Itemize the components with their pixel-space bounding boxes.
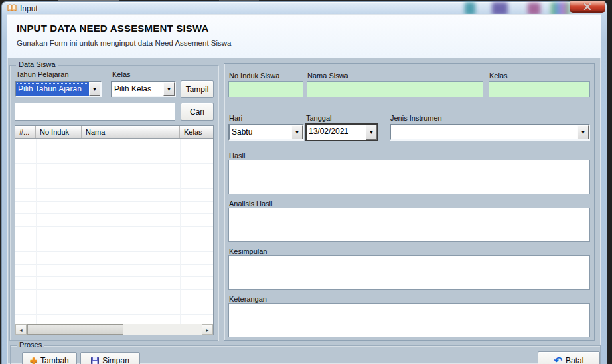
table-header-index[interactable]: #... bbox=[15, 126, 36, 138]
no-induk-siswa-label: No Induk Siswa bbox=[229, 72, 279, 80]
tanggal-label: Tanggal bbox=[306, 114, 332, 122]
nama-siswa-label: Nama Siswa bbox=[307, 72, 348, 80]
chevron-down-icon[interactable]: ▼ bbox=[577, 125, 589, 139]
table-column-separator bbox=[36, 139, 37, 324]
no-induk-siswa-field[interactable] bbox=[228, 81, 303, 97]
hari-label: Hari bbox=[229, 114, 242, 122]
titlebar[interactable] bbox=[1, 1, 607, 15]
tahun-pelajaran-select[interactable]: Pilih Tahun Ajaran ▼ bbox=[15, 81, 102, 97]
tahun-pelajaran-value: Pilih Tahun Ajaran bbox=[16, 82, 89, 96]
hari-select[interactable]: Sabtu ▼ bbox=[228, 124, 304, 141]
jenis-instrumen-label: Jenis Instrumen bbox=[390, 114, 442, 122]
kelas-detail-field[interactable] bbox=[489, 81, 590, 97]
kelas-filter-value: Pilih Kelas bbox=[112, 82, 163, 96]
tambah-button-label: Tambah bbox=[40, 356, 69, 364]
search-input[interactable] bbox=[15, 103, 175, 121]
window-book-icon[interactable] bbox=[7, 3, 17, 13]
cari-button[interactable]: Cari bbox=[181, 103, 214, 121]
close-x-icon bbox=[583, 3, 591, 10]
screen: Input INPUT DATA NEED ASSESMENT SISWA Gu… bbox=[0, 0, 612, 364]
data-siswa-group-label: Data Siswa bbox=[16, 61, 58, 68]
kelas-filter-label: Kelas bbox=[112, 70, 131, 78]
batal-button-label: Batal bbox=[566, 356, 583, 364]
hasil-textarea[interactable] bbox=[228, 160, 590, 194]
analisis-hasil-textarea[interactable] bbox=[228, 208, 590, 242]
undo-icon: ↶ bbox=[554, 357, 563, 364]
page-subtitle: Gunakan Form ini untuk menginput data Ne… bbox=[17, 39, 231, 47]
table-body-empty[interactable] bbox=[15, 139, 213, 324]
page-title: INPUT DATA NEED ASSESMENT SISWA bbox=[17, 23, 209, 34]
plus-icon: ✚ bbox=[30, 356, 37, 364]
tambah-button[interactable]: ✚ Tambah bbox=[22, 352, 77, 364]
table-header-nama[interactable]: Nama bbox=[82, 126, 180, 138]
chevron-down-icon[interactable]: ▼ bbox=[366, 125, 377, 140]
simpan-button-label: Simpan bbox=[102, 356, 129, 364]
table-column-separator bbox=[180, 139, 181, 324]
batal-button[interactable]: ↶ Batal bbox=[538, 351, 600, 364]
close-button[interactable] bbox=[570, 1, 605, 13]
kesimpulan-label: Kesimpulan bbox=[229, 247, 267, 255]
chevron-down-icon[interactable]: ▼ bbox=[163, 82, 175, 96]
jenis-instrumen-value bbox=[391, 125, 577, 139]
kesimpulan-textarea[interactable] bbox=[228, 255, 590, 290]
tahun-pelajaran-label: Tahun Pelajaran bbox=[16, 70, 69, 78]
keterangan-label: Keterangan bbox=[229, 295, 267, 303]
proses-group-label: Proses bbox=[17, 341, 44, 349]
nama-siswa-field[interactable] bbox=[307, 81, 483, 97]
hasil-label: Hasil bbox=[229, 152, 245, 160]
scroll-right-icon[interactable]: ► bbox=[202, 324, 213, 335]
table-header-no-induk[interactable]: No Induk bbox=[36, 126, 82, 138]
scrollbar-track[interactable] bbox=[27, 324, 202, 335]
tampil-button[interactable]: Tampil bbox=[181, 80, 214, 98]
hari-value: Sabtu bbox=[230, 125, 291, 139]
kelas-filter-select[interactable]: Pilih Kelas ▼ bbox=[111, 81, 176, 97]
simpan-button[interactable]: Simpan bbox=[80, 352, 140, 364]
table-header-kelas[interactable]: Kelas bbox=[180, 126, 213, 138]
save-floppy-icon bbox=[91, 357, 99, 364]
table-column-separator bbox=[82, 139, 82, 324]
table-horizontal-scrollbar[interactable]: ◄ ► bbox=[15, 324, 213, 335]
kelas-detail-label: Kelas bbox=[489, 72, 508, 80]
table-header-row: #... No Induk Nama Kelas bbox=[15, 126, 213, 139]
chevron-down-icon[interactable]: ▼ bbox=[291, 125, 303, 139]
form-header bbox=[7, 15, 601, 58]
chevron-down-icon[interactable]: ▼ bbox=[89, 82, 100, 96]
window-title: Input bbox=[20, 4, 38, 13]
detail-panel bbox=[224, 63, 595, 341]
analisis-hasil-label: Analisis Hasil bbox=[229, 200, 272, 208]
scrollbar-thumb[interactable] bbox=[27, 324, 123, 335]
jenis-instrumen-select[interactable]: ▼ bbox=[390, 124, 590, 141]
students-table: #... No Induk Nama Kelas ◄ ► bbox=[15, 125, 214, 335]
tanggal-datepicker[interactable]: 13/02/2021 ▼ bbox=[305, 123, 378, 141]
scroll-left-icon[interactable]: ◄ bbox=[15, 324, 27, 335]
tanggal-value: 13/02/2021 bbox=[307, 125, 366, 140]
keterangan-textarea[interactable] bbox=[228, 303, 590, 337]
